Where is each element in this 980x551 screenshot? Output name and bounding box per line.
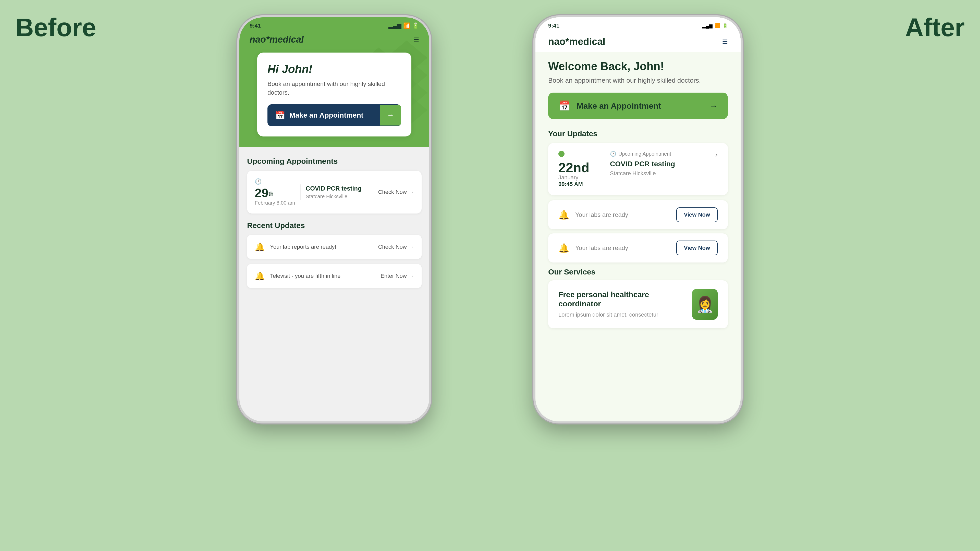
chevron-right-icon: ›: [715, 151, 718, 159]
signal-icon: ▂▄▆: [388, 22, 401, 29]
labs-row-2[interactable]: 🔔 Your labs are ready View Now: [548, 233, 728, 262]
appointment-arrow: →: [380, 105, 401, 125]
before-phone: 9:41 ▂▄▆ 📶 🔋: [237, 15, 431, 424]
check-now-1[interactable]: Check Now →: [378, 244, 414, 250]
appt-right: 🕐 Upcoming Appointment COVID PCR testing…: [610, 151, 708, 177]
check-now-button[interactable]: Check Now →: [378, 189, 414, 195]
after-status-icons: ▂▄▆ 📶 🔋: [702, 23, 728, 29]
date-number: 29th: [255, 186, 295, 200]
before-status-icons: ▂▄▆ 📶 🔋: [388, 22, 419, 29]
after-hamburger[interactable]: ≡: [722, 36, 728, 47]
before-status-bar: 9:41 ▂▄▆ 📶 🔋: [239, 17, 429, 32]
appointment-details: COVID PCR testing Statcare Hicksville: [306, 185, 373, 200]
clock-icon: 🕐: [255, 178, 295, 185]
view-now-button-1[interactable]: View Now: [676, 207, 718, 222]
date-month-after: January: [558, 174, 578, 181]
greeting-text: Hi John!: [267, 63, 401, 76]
appointment-button-text: Make an Appointment: [290, 111, 363, 119]
after-signal-icon: ▂▄▆: [702, 23, 713, 29]
green-dot: [558, 151, 565, 157]
recent-section-title: Recent Updates: [247, 221, 422, 230]
labs-text-2: Your labs are ready: [575, 245, 670, 251]
appt-left: 📅 Make an Appointment: [558, 100, 661, 111]
after-nav: nao*medical ≡: [535, 31, 741, 52]
before-time: 9:41: [250, 22, 261, 29]
bell-icon-after-2: 🔔: [558, 243, 569, 253]
after-wifi-icon: 📶: [714, 23, 720, 29]
calendar-icon: 📅: [275, 110, 285, 120]
date-block: 🕐 29th February 8:00 am: [255, 178, 295, 206]
before-hero-card: Hi John! Book an appointment with our hi…: [257, 52, 411, 137]
vertical-divider: [300, 184, 301, 200]
appointment-location: Statcare Hicksville: [306, 194, 373, 200]
date-month: February 8:00 am: [255, 200, 295, 206]
hero-subtitle: Book an appointment with our highly skil…: [267, 79, 401, 97]
update-row-2[interactable]: 🔔 Televisit - you are fifth in line Ente…: [247, 264, 422, 288]
service-avatar: 👩‍⚕️: [692, 289, 718, 320]
update-text-2: Televisit - you are fifth in line: [270, 273, 375, 279]
upcoming-label: 🕐 Upcoming Appointment: [610, 151, 708, 157]
upcoming-card[interactable]: 22nd January 09:45 AM 🕐 Upcoming Appoint…: [548, 143, 728, 195]
bell-icon-1: 🔔: [255, 242, 265, 252]
after-phone: 9:41 ▂▄▆ 📶 🔋 nao*medical ≡ Welcome Back,…: [533, 15, 743, 424]
calendar-icon-after: 📅: [558, 100, 570, 111]
date-left: 22nd January 09:45 AM: [558, 151, 594, 187]
arrow-right-after: →: [710, 101, 718, 111]
labs-text-1: Your labs are ready: [575, 211, 670, 218]
your-updates-title: Your Updates: [548, 129, 728, 138]
before-nav: nao*medical ≡: [250, 32, 419, 52]
enter-now-2[interactable]: Enter Now →: [380, 273, 414, 279]
after-battery-icon: 🔋: [722, 23, 728, 29]
before-body: Upcoming Appointments 🕐 29th February 8:…: [239, 147, 429, 303]
after-time: 9:41: [548, 22, 559, 29]
phones-container: 9:41 ▂▄▆ 📶 🔋: [21, 15, 959, 424]
before-logo: nao*medical: [250, 34, 304, 45]
wifi-icon: 📶: [403, 22, 410, 29]
after-content: 9:41 ▂▄▆ 📶 🔋 nao*medical ≡ Welcome Back,…: [535, 17, 741, 421]
appt-text-after: Make an Appointment: [576, 101, 661, 111]
appointment-button-before[interactable]: 📅 Make an Appointment →: [267, 104, 401, 126]
after-label: After: [905, 13, 965, 42]
appointment-main-before: 📅 Make an Appointment: [267, 104, 380, 126]
appointment-name: COVID PCR testing: [306, 185, 373, 192]
date-22: 22nd: [558, 161, 589, 174]
view-now-button-2[interactable]: View Now: [676, 241, 718, 256]
update-text-1: Your lab reports are ready!: [270, 244, 373, 250]
labs-row-1[interactable]: 🔔 Your labs are ready View Now: [548, 200, 728, 229]
after-status-bar: 9:41 ▂▄▆ 📶 🔋: [535, 17, 741, 31]
appointment-button-after[interactable]: 📅 Make an Appointment →: [548, 93, 728, 119]
update-row-1[interactable]: 🔔 Your lab reports are ready! Check Now …: [247, 235, 422, 259]
our-services-title: Our Services: [548, 268, 728, 276]
service-sub: Lorem ipsum dolor sit amet, consectetur: [558, 311, 684, 319]
service-card[interactable]: Free personal healthcare coordinator Lor…: [548, 280, 728, 328]
covid-title: COVID PCR testing: [610, 160, 708, 168]
welcome-subtitle: Book an appointment with our highly skil…: [548, 76, 728, 85]
service-text: Free personal healthcare coordinator Lor…: [558, 290, 684, 319]
clock-icon-after: 🕐: [610, 151, 616, 157]
before-label: Before: [15, 13, 96, 42]
covid-location: Statcare Hicksville: [610, 170, 708, 177]
upcoming-section-title: Upcoming Appointments: [247, 157, 422, 165]
battery-icon: 🔋: [412, 22, 419, 29]
service-title: Free personal healthcare coordinator: [558, 290, 684, 308]
appointment-row[interactable]: 🕐 29th February 8:00 am COVID PCR testin…: [247, 171, 422, 213]
date-time-after: 09:45 AM: [558, 181, 583, 187]
after-logo: nao*medical: [548, 36, 605, 47]
before-header: nao*medical ≡ Hi John! Book an appointme…: [239, 32, 429, 147]
before-hamburger[interactable]: ≡: [414, 34, 419, 45]
bell-icon-2: 🔔: [255, 271, 265, 281]
upcoming-row: 22nd January 09:45 AM 🕐 Upcoming Appoint…: [558, 151, 718, 187]
welcome-title: Welcome Back, John!: [548, 60, 728, 73]
after-body: Welcome Back, John! Book an appointment …: [535, 52, 741, 336]
horizontal-divider: [602, 151, 602, 187]
bell-icon-after-1: 🔔: [558, 210, 569, 220]
